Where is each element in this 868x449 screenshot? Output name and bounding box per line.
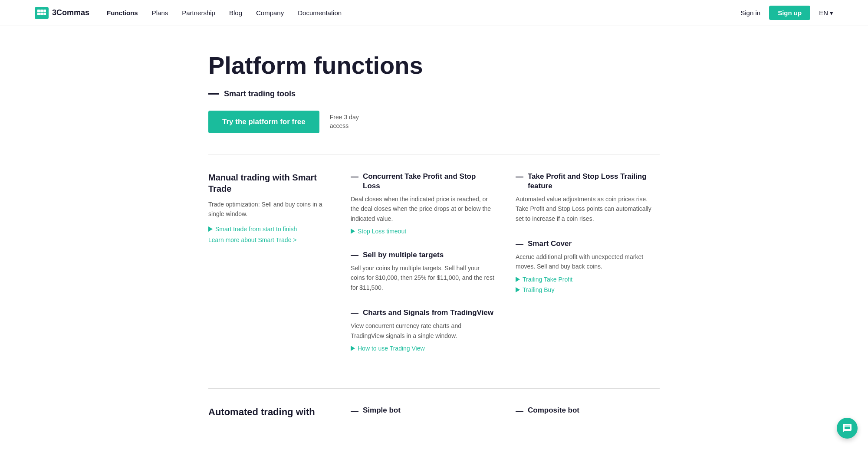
bottom-mid: — Simple bot [351,406,495,419]
bottom-right-title: Composite bot [528,406,579,415]
right-column: — Take Profit and Stop Loss Trailing fea… [516,172,660,368]
try-platform-button[interactable]: Try the platform for free [208,111,319,133]
feature-title-charts: Charts and Signals from TradingView [363,308,493,318]
play-icon-stop-loss [351,229,355,234]
feature-desc-charts: View concurrent currency rate charts and… [351,321,495,341]
svg-rect-5 [43,13,46,15]
svg-rect-1 [40,10,43,12]
nav-company[interactable]: Company [256,9,284,16]
play-icon-trailing-buy [516,287,520,292]
feature-item-charts: — Charts and Signals from TradingView Vi… [351,308,495,352]
trailing-take-profit-link[interactable]: Trailing Take Profit [516,276,660,283]
svg-rect-4 [40,13,43,15]
bottom-left-title: Automated trading with [208,406,330,419]
bottom-right-header: — Composite bot [516,406,660,416]
trailing-buy-text: Trailing Buy [523,286,554,293]
svg-rect-0 [37,10,40,12]
logo[interactable]: 3Commas [35,7,89,19]
free-access-text: Free 3 dayaccess [330,113,359,130]
left-col-desc: Trade optimization: Sell and buy coins i… [208,200,330,219]
feature-title-concurrent: Concurrent Take Profit and Stop Loss [363,172,495,191]
feature-header-trailing: — Take Profit and Stop Loss Trailing fea… [516,172,660,191]
play-icon [208,226,213,232]
feature-desc-trailing: Automated value adjustments as coin pric… [516,194,660,223]
feature-desc-concurrent: Deal closes when the indicated price is … [351,194,495,223]
play-icon-trailing-take-profit [516,277,520,282]
feature-item-smart-cover: — Smart Cover Accrue additional profit w… [516,239,660,293]
stop-loss-timeout-link[interactable]: Stop Loss timeout [351,228,495,235]
feature-item-trailing: — Take Profit and Stop Loss Trailing fea… [516,172,660,223]
bottom-left: Automated trading with [208,406,330,419]
features-section: Manual trading with Smart Trade Trade op… [208,154,660,368]
nav-links: Functions Plans Partnership Blog Company… [107,9,740,16]
learn-more-link[interactable]: Learn more about Smart Trade > [208,236,297,243]
feature-header-charts: — Charts and Signals from TradingView [351,308,495,318]
trading-view-link[interactable]: How to use Trading View [351,345,495,352]
feature-desc-multiple: Sell your coins by multiple targets. Sel… [351,263,495,292]
sign-in-button[interactable]: Sign in [740,9,760,16]
feature-title-smart-cover: Smart Cover [528,239,572,249]
nav-partnership[interactable]: Partnership [182,9,215,16]
stop-loss-link-text: Stop Loss timeout [358,228,406,235]
language-selector[interactable]: EN ▾ [819,9,833,17]
bottom-mid-title: Simple bot [363,406,401,415]
nav-actions: Sign in Sign up EN ▾ [740,6,833,20]
smart-trade-link-text: Smart trade from start to finish [215,226,297,233]
nav-blog[interactable]: Blog [229,9,242,16]
try-section: Try the platform for free Free 3 dayacce… [208,111,660,133]
left-col-title: Manual trading with Smart Trade [208,172,330,194]
feature-item-concurrent: — Concurrent Take Profit and Stop Loss D… [351,172,495,235]
feature-header-multiple: — Sell by multiple targets [351,250,495,260]
logo-icon [35,7,49,19]
play-icon-trading-view [351,346,355,351]
chevron-down-icon: ▾ [830,9,833,17]
trailing-buy-link[interactable]: Trailing Buy [516,286,660,293]
section-label: Smart trading tools [208,89,660,98]
bottom-right: — Composite bot [516,406,660,419]
chat-bubble[interactable] [837,418,858,436]
bottom-mid-header: — Simple bot [351,406,495,416]
feature-title-multiple: Sell by multiple targets [363,250,444,260]
feature-header-smart-cover: — Smart Cover [516,239,660,249]
svg-rect-2 [43,10,46,12]
navbar: 3Commas Functions Plans Partnership Blog… [0,0,868,26]
feature-title-trailing: Take Profit and Stop Loss Trailing featu… [528,172,660,191]
sign-up-button[interactable]: Sign up [769,6,810,20]
feature-desc-smart-cover: Accrue additional profit with unexpected… [516,252,660,272]
lang-label: EN [819,9,828,16]
trading-view-link-text: How to use Trading View [358,345,425,352]
nav-plans[interactable]: Plans [152,9,168,16]
feature-item-multiple-targets: — Sell by multiple targets Sell your coi… [351,250,495,292]
main-content: Platform functions Smart trading tools T… [174,26,694,436]
section-label-text: Smart trading tools [224,89,296,98]
logo-text: 3Commas [52,8,89,17]
nav-documentation[interactable]: Documentation [298,9,342,16]
left-column: Manual trading with Smart Trade Trade op… [208,172,330,368]
trailing-take-profit-text: Trailing Take Profit [523,276,572,283]
mid-column: — Concurrent Take Profit and Stop Loss D… [351,172,495,368]
page-title: Platform functions [208,52,660,79]
smart-trade-link[interactable]: Smart trade from start to finish [208,226,330,233]
bottom-section: Automated trading with — Simple bot — Co… [208,388,660,419]
chat-icon [842,423,852,433]
nav-functions[interactable]: Functions [107,9,138,16]
svg-rect-3 [37,13,40,15]
feature-header-concurrent: — Concurrent Take Profit and Stop Loss [351,172,495,191]
